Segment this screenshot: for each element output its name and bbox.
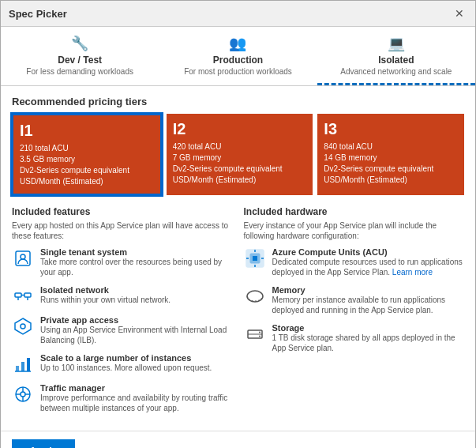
feature-traffic-manager-desc: Improve performance and availability by … [40, 393, 233, 413]
tab-bar: 🔧 Dev / Test For less demanding workload… [1, 27, 475, 86]
feature-isolated-network: Isolated network Runs within your own vi… [12, 285, 233, 307]
tier-i2[interactable]: I2 420 total ACU 7 GB memory Dv2-Series … [167, 114, 313, 195]
hardware-memory-desc: Memory per instance available to run app… [272, 295, 465, 315]
svg-point-30 [259, 336, 260, 337]
tier-i2-memory: 7 GB memory [173, 153, 222, 162]
acu-icon [244, 247, 266, 269]
content-area: Recommended pricing tiers I1 210 total A… [1, 86, 475, 431]
tier-i2-acu: 420 total ACU [173, 142, 222, 151]
svg-rect-21 [253, 256, 257, 261]
hardware-memory-name: Memory [272, 285, 465, 295]
svg-point-29 [259, 332, 260, 333]
feature-traffic-manager-name: Traffic manager [40, 383, 233, 393]
tab-production-label: Production [213, 55, 263, 66]
svg-rect-3 [24, 293, 31, 297]
isolated-icon: 💻 [324, 35, 469, 52]
hardware-memory: Memory Memory per instance available to … [244, 285, 465, 315]
tier-i1-compute: Dv2-Series compute equivalent [20, 166, 129, 175]
svg-rect-11 [27, 358, 30, 371]
svg-rect-10 [21, 362, 24, 371]
tier-i3-id: I3 [324, 120, 458, 138]
feature-scale-desc: Up to 100 instances. More allowed upon r… [40, 363, 212, 373]
feature-traffic-manager: Traffic manager Improve performance and … [12, 383, 233, 413]
tab-dev-test[interactable]: 🔧 Dev / Test For less demanding workload… [1, 27, 159, 85]
hardware-storage-desc: 1 TB disk storage shared by all apps dep… [272, 333, 465, 353]
pricing-tiers: I1 210 total ACU 3.5 GB memory Dv2-Serie… [12, 114, 464, 195]
tier-i1-acu: 210 total ACU [20, 144, 69, 152]
people-icon: 👥 [165, 35, 310, 52]
feature-single-tenant-desc: Take more control over the resources bei… [40, 257, 233, 277]
svg-rect-9 [16, 366, 19, 371]
hardware-acu-desc: Dedicated compute resources used to run … [272, 257, 465, 277]
apply-button[interactable]: Apply [12, 439, 75, 448]
tier-i2-price: USD/Month (Estimated) [173, 175, 257, 184]
tab-isolated[interactable]: 💻 Isolated Advanced networking and scale [317, 27, 475, 85]
hardware-acu-name: Azure Compute Units (ACU) [272, 247, 465, 257]
spec-picker-dialog: Spec Picker ✕ 🔧 Dev / Test For less dema… [0, 0, 476, 448]
svg-point-14 [21, 392, 25, 397]
tier-i3-price: USD/Month (Estimated) [324, 175, 407, 184]
recommended-section-title: Recommended pricing tiers [12, 96, 464, 107]
feature-private-access-name: Private app access [40, 315, 233, 325]
svg-rect-2 [15, 293, 21, 297]
feature-isolated-network-desc: Runs within your own virtual network. [40, 295, 171, 305]
tier-i3-compute: Dv2-Series compute equivalent [324, 164, 433, 173]
hardware-col: Included hardware Every instance of your… [244, 206, 465, 421]
tier-i2-compute: Dv2-Series compute equivalent [173, 164, 283, 173]
feature-scale-name: Scale to a large number of instances [40, 353, 212, 363]
tier-i1-price: USD/Month (Estimated) [20, 177, 103, 186]
features-subtitle: Every app hosted on this App Service pla… [12, 220, 233, 241]
feature-isolated-network-name: Isolated network [40, 285, 171, 295]
title-bar: Spec Picker ✕ [1, 1, 475, 27]
hardware-subtitle: Every instance of your App Service plan … [244, 220, 465, 241]
tab-production[interactable]: 👥 Production For most production workloa… [159, 27, 317, 85]
footer: Apply [1, 431, 475, 448]
traffic-manager-icon [12, 383, 34, 405]
storage-icon [244, 323, 266, 345]
feature-private-access: Private app access Using an App Service … [12, 315, 233, 345]
scale-icon [12, 353, 34, 375]
features-title: Included features [12, 206, 233, 217]
private-access-icon [12, 315, 34, 337]
svg-point-1 [21, 254, 25, 259]
feature-private-access-desc: Using an App Service Environment with In… [40, 325, 233, 345]
close-button[interactable]: ✕ [452, 6, 467, 21]
tier-i3[interactable]: I3 840 total ACU 14 GB memory Dv2-Series… [317, 114, 464, 195]
hardware-title: Included hardware [244, 206, 465, 217]
svg-marker-7 [15, 318, 31, 334]
svg-point-26 [247, 291, 263, 302]
tab-production-sublabel: For most production workloads [184, 67, 292, 76]
feature-single-tenant-name: Single tenant system [40, 247, 233, 257]
hardware-storage-name: Storage [272, 323, 465, 333]
dialog-title: Spec Picker [9, 8, 67, 20]
tier-i1-memory: 3.5 GB memory [20, 155, 75, 164]
tier-i3-acu: 840 total ACU [324, 142, 373, 151]
tier-i1[interactable]: I1 210 total ACU 3.5 GB memory Dv2-Serie… [12, 114, 162, 195]
single-tenant-icon [12, 247, 34, 269]
two-column-section: Included features Every app hosted on th… [12, 206, 464, 421]
wrench-icon: 🔧 [7, 35, 152, 52]
feature-scale: Scale to a large number of instances Up … [12, 353, 233, 375]
tier-i2-id: I2 [173, 120, 307, 138]
svg-point-8 [21, 324, 25, 329]
memory-icon [244, 285, 266, 307]
tier-i1-id: I1 [20, 122, 154, 140]
tab-isolated-sublabel: Advanced networking and scale [340, 67, 452, 76]
feature-single-tenant: Single tenant system Take more control o… [12, 247, 233, 277]
hardware-storage: Storage 1 TB disk storage shared by all … [244, 323, 465, 353]
learn-more-link[interactable]: Learn more [392, 268, 433, 277]
isolated-network-icon [12, 285, 34, 307]
tab-isolated-label: Isolated [378, 55, 414, 66]
tab-dev-test-sublabel: For less demanding workloads [26, 67, 133, 76]
tier-i3-memory: 14 GB memory [324, 153, 377, 162]
hardware-acu: Azure Compute Units (ACU) Dedicated comp… [244, 247, 465, 277]
tab-dev-test-label: Dev / Test [58, 55, 102, 66]
features-col: Included features Every app hosted on th… [12, 206, 233, 421]
